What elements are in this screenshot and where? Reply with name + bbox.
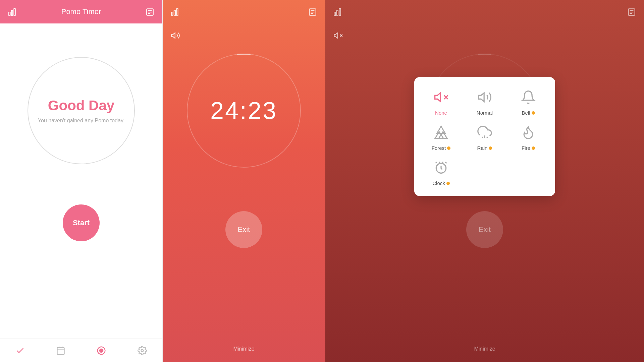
svg-point-12 [100, 349, 103, 352]
panel2-header [163, 0, 325, 23]
none-icon [431, 87, 451, 107]
tab-bar [0, 339, 162, 362]
timer-value: 24:23 [210, 97, 277, 124]
svg-rect-1 [11, 10, 13, 15]
fire-dot [532, 146, 535, 150]
home-circle: Good Day You haven't gained any Pomo tod… [28, 57, 135, 164]
mute-icon[interactable] [333, 30, 343, 40]
tab-timer-icon[interactable] [96, 345, 106, 356]
exit-button-p2[interactable]: Exit [225, 211, 262, 248]
tasks-icon-p3[interactable] [627, 7, 636, 16]
svg-rect-23 [337, 10, 338, 15]
volume-icon[interactable] [171, 30, 180, 40]
svg-marker-36 [437, 126, 445, 134]
svg-rect-22 [334, 12, 335, 16]
bell-dot [532, 111, 535, 115]
minimize-label-p3[interactable]: Minimize [474, 346, 495, 352]
fire-label: Fire [522, 145, 535, 151]
greeting-text: Good Day [48, 98, 114, 114]
panel3-header [325, 0, 644, 23]
stats-icon-p2[interactable] [171, 7, 179, 16]
forest-dot [447, 146, 450, 150]
forest-label: Forest [432, 145, 451, 151]
timer-circle: 24:23 [187, 54, 301, 168]
sound-picker-popup: None Normal Bell [414, 77, 555, 196]
start-button[interactable]: Start [63, 204, 100, 241]
app-title: Pomo Timer [17, 7, 146, 16]
sound-area [163, 23, 325, 47]
svg-rect-24 [339, 8, 340, 16]
stats-icon-p3[interactable] [333, 7, 342, 16]
sound-item-forest[interactable]: Forest [421, 122, 461, 151]
svg-rect-16 [176, 8, 178, 16]
sound-item-fire[interactable]: Fire [508, 122, 548, 151]
rain-label: Rain [477, 145, 492, 151]
bell-label: Bell [522, 110, 535, 116]
stats-icon[interactable] [8, 7, 17, 16]
clock-dot [446, 182, 450, 185]
tab-tasks-icon[interactable] [15, 346, 25, 356]
mute-area [325, 23, 644, 47]
fire-icon [518, 122, 538, 142]
sound-item-rain[interactable]: Rain [465, 122, 505, 151]
rain-icon [475, 122, 495, 142]
subtitle-text: You haven't gained any Pomo today. [38, 118, 124, 124]
svg-rect-14 [171, 12, 173, 16]
sound-item-clock[interactable]: Clock [421, 158, 461, 186]
panel-timer: 24:23 Exit Minimize [163, 0, 325, 362]
svg-rect-2 [14, 8, 15, 16]
none-label: None [435, 110, 447, 116]
tasks-icon[interactable] [146, 7, 154, 16]
normal-icon [475, 87, 495, 107]
tab-settings-icon[interactable] [138, 346, 147, 356]
tab-calendar-icon[interactable] [56, 346, 65, 356]
svg-rect-7 [57, 348, 64, 355]
forest-icon [431, 122, 451, 142]
svg-marker-35 [479, 93, 484, 102]
svg-point-13 [141, 350, 143, 352]
exit-button-p3[interactable]: Exit [466, 211, 503, 248]
normal-label: Normal [477, 110, 493, 116]
svg-marker-29 [334, 33, 338, 38]
timer-indicator-p3 [478, 54, 491, 55]
sound-grid: None Normal Bell [421, 87, 548, 186]
svg-marker-21 [171, 33, 175, 38]
panel-home: Pomo Timer Good Day You haven't gained a… [0, 0, 163, 362]
panel-sound: None Normal Bell [325, 0, 644, 362]
timer-indicator [237, 54, 251, 55]
bell-icon [518, 87, 538, 107]
rain-dot [489, 146, 492, 150]
clock-icon [431, 158, 451, 178]
clock-label: Clock [432, 180, 450, 186]
sound-item-normal[interactable]: Normal [465, 87, 505, 116]
minimize-label-p2[interactable]: Minimize [233, 346, 254, 352]
svg-marker-32 [435, 93, 441, 102]
tasks-icon-p2[interactable] [308, 7, 317, 16]
panel1-header: Pomo Timer [0, 0, 162, 23]
sound-item-none[interactable]: None [421, 87, 461, 116]
sound-item-bell[interactable]: Bell [508, 87, 548, 116]
svg-rect-15 [174, 10, 175, 15]
svg-rect-0 [9, 12, 10, 16]
